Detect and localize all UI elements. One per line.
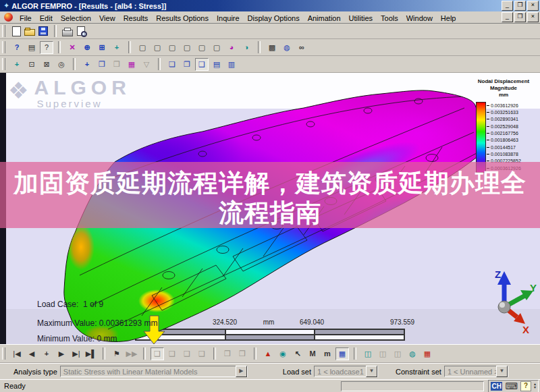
document-icon[interactable]	[4, 13, 13, 22]
inquire-pointer-icon[interactable]: ?	[10, 41, 24, 54]
save-icon[interactable]	[37, 25, 49, 38]
open-file-icon[interactable]	[24, 25, 36, 38]
context-help-icon[interactable]: ?	[40, 41, 53, 54]
load-set-combo[interactable]: 1 < loadcase1 > ▼	[314, 366, 378, 377]
probe-pointer-icon[interactable]: ↖	[291, 347, 304, 360]
spinner-down-icon[interactable]: ▾	[534, 386, 536, 389]
preset-view-5-icon[interactable]: ❒	[221, 347, 234, 360]
capture-view-icon[interactable]: ◫	[361, 347, 375, 360]
preset-view-2-icon[interactable]: ❑	[165, 347, 179, 360]
select-rectangle-icon[interactable]: ⊡	[25, 58, 38, 71]
selection-filter-icon[interactable]: ▽	[140, 58, 153, 71]
capture-group: ◫◫◫◍▦	[358, 347, 437, 360]
menu-item-inquire[interactable]: Inquire	[213, 13, 244, 23]
results-viewport[interactable]: ❖ ALGOR Superview	[0, 73, 540, 344]
checkerboard-icon[interactable]: ▩	[265, 41, 279, 54]
ime-help-icon[interactable]: ?	[520, 381, 531, 391]
view-top-icon[interactable]: ▢	[165, 41, 179, 54]
min-label-icon[interactable]: m	[321, 347, 334, 360]
max-marker-icon[interactable]: ▲	[261, 347, 275, 360]
view-custom-icon[interactable]: ◑	[240, 41, 253, 54]
select-parts-icon[interactable]: ❒	[110, 58, 124, 71]
constraint-set-arrow-icon[interactable]: ▼	[496, 366, 508, 377]
anim-play-icon[interactable]: ▶▶	[125, 347, 138, 360]
ime-options-spinner[interactable]: ▴ ▾	[534, 383, 536, 389]
report-table-icon[interactable]: ▦	[421, 347, 434, 360]
image-panel-icon[interactable]: ▦	[335, 347, 349, 360]
toolbar-gripper[interactable]	[2, 41, 5, 53]
mdi-restore-button[interactable]: ❐	[514, 12, 526, 22]
world-icon[interactable]: ◍	[280, 41, 294, 54]
view-iso-icon[interactable]: ◕	[225, 41, 238, 54]
toolbar-gripper[interactable]	[2, 347, 5, 360]
anim-first-icon[interactable]: |◀	[10, 347, 24, 360]
find-binoculars-icon[interactable]: ∞	[295, 41, 308, 54]
max-label-icon[interactable]: M	[306, 347, 319, 360]
anim-next-icon[interactable]: ▶	[55, 347, 68, 360]
menu-item-edit[interactable]: Edit	[36, 13, 57, 23]
toolbar-gripper[interactable]	[2, 25, 5, 37]
menu-item-animation[interactable]: Animation	[304, 13, 345, 23]
preset-view-3-icon[interactable]: ❑	[180, 347, 194, 360]
zoom-extents-icon[interactable]: ✕	[65, 41, 79, 54]
mdi-close-button[interactable]: ×	[527, 12, 539, 22]
select-pointer-icon[interactable]: +	[10, 58, 24, 71]
zoom-window-icon[interactable]: ⊞	[95, 41, 109, 54]
select-circle-icon[interactable]: ◎	[55, 58, 68, 71]
print-icon[interactable]	[61, 25, 74, 38]
display-solid-icon[interactable]: ❏	[165, 58, 179, 71]
anim-settings-icon[interactable]: ⚑	[110, 347, 124, 360]
menu-item-tools[interactable]: Tools	[377, 13, 402, 23]
display-hidden-line-icon[interactable]: ▥	[225, 58, 238, 71]
display-wireframe-icon[interactable]: ▤	[210, 58, 223, 71]
view-right-icon[interactable]: ▢	[210, 41, 223, 54]
menu-item-selection[interactable]: Selection	[57, 13, 95, 23]
view-back-icon[interactable]: ▢	[151, 41, 164, 54]
constraint-set-combo[interactable]: 1 < Unnamed > ▼	[444, 366, 508, 377]
legend-unit: mm	[471, 92, 536, 99]
capture-window-icon[interactable]: ◫	[391, 347, 404, 360]
load-set-arrow-icon[interactable]: ▼	[366, 366, 377, 377]
anim-last-icon[interactable]: ▶|	[70, 347, 83, 360]
ime-indicator-badge[interactable]: CH	[491, 382, 502, 391]
anim-prev-icon[interactable]: ◀	[25, 347, 38, 360]
menu-item-view[interactable]: View	[95, 13, 119, 23]
keyboard-icon[interactable]: ⌨	[505, 381, 518, 391]
anim-end-icon[interactable]: ▶▌	[84, 347, 98, 360]
mdi-minimize-button[interactable]: _	[502, 12, 513, 22]
camera-icon[interactable]: ◉	[276, 347, 290, 360]
menu-item-file[interactable]: File	[16, 13, 36, 23]
new-file-icon[interactable]	[10, 25, 22, 38]
capture-world-icon[interactable]: ◍	[406, 347, 419, 360]
analysis-type-combo[interactable]: Static Stress with Linear Material Model…	[60, 366, 248, 377]
zoom-in-icon[interactable]: ⊕	[80, 41, 94, 54]
select-mesh-icon[interactable]: ▦	[125, 58, 138, 71]
display-mesh-icon[interactable]: ❑	[195, 58, 209, 71]
menu-item-help[interactable]: Help	[437, 13, 460, 23]
menu-item-results[interactable]: Results	[119, 13, 153, 23]
toolbar-gripper[interactable]	[2, 58, 5, 70]
display-shaded-icon[interactable]: ❐	[180, 58, 194, 71]
select-points-icon[interactable]: +	[80, 58, 94, 71]
view-front-icon[interactable]: ▢	[136, 41, 149, 54]
analysis-type-arrow-icon[interactable]: ▶	[236, 366, 247, 377]
minimize-button[interactable]: _	[502, 1, 513, 11]
view-bottom-icon[interactable]: ▢	[180, 41, 194, 54]
select-polygon-icon[interactable]: ⊠	[40, 58, 53, 71]
menu-item-results-options[interactable]: Results Options	[152, 13, 213, 23]
preset-view-4-icon[interactable]: ❑	[195, 347, 209, 360]
view-left-icon[interactable]: ▢	[195, 41, 209, 54]
anim-current-frame-icon[interactable]: +	[40, 347, 53, 360]
print-preview-icon[interactable]	[75, 25, 87, 38]
select-surfaces-icon[interactable]: ❒	[95, 58, 109, 71]
capture-region-icon[interactable]: ◫	[376, 347, 389, 360]
pan-icon[interactable]: +	[110, 41, 124, 54]
restore-button[interactable]: ❐	[514, 1, 526, 11]
menu-item-utilities[interactable]: Utilities	[345, 13, 377, 23]
menu-item-window[interactable]: Window	[402, 13, 437, 23]
close-button[interactable]: ×	[527, 1, 539, 11]
menu-item-display-options[interactable]: Display Options	[244, 13, 304, 23]
screen-query-icon[interactable]: ▤	[25, 41, 38, 54]
preset-view-6-icon[interactable]: ❒	[236, 347, 249, 360]
preset-view-1-icon[interactable]: ❑	[151, 347, 164, 360]
